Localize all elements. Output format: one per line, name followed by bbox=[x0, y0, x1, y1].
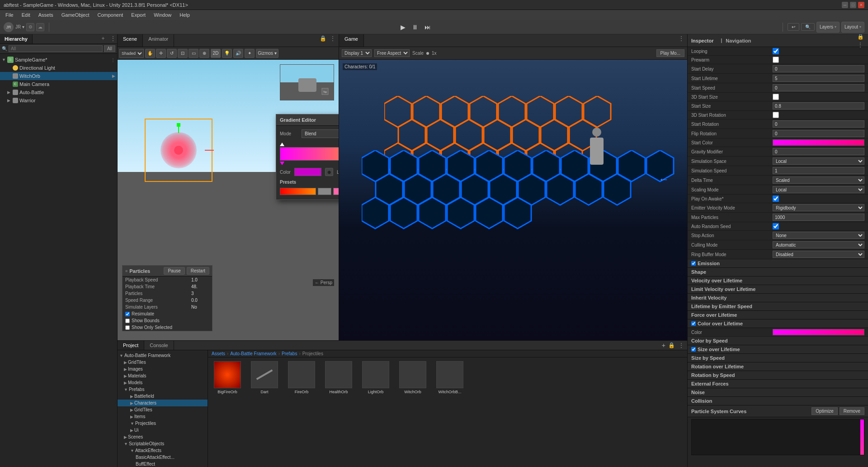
show-only-checkbox[interactable] bbox=[125, 325, 130, 330]
hierarchy-tab[interactable]: Hierarchy bbox=[0, 34, 33, 43]
history-btn[interactable]: ↩ bbox=[788, 23, 799, 31]
size-lifetime-section[interactable]: Size over Lifetime bbox=[688, 345, 868, 354]
inherit-velocity-section[interactable]: Inherit Velocity bbox=[688, 294, 868, 302]
shape-section[interactable]: Shape bbox=[688, 268, 868, 276]
maximize-btn[interactable]: □ bbox=[850, 2, 856, 8]
proj-characters[interactable]: ▶ Characters bbox=[118, 400, 208, 406]
scene-tab[interactable]: Scene bbox=[118, 34, 143, 47]
particles-pause-btn[interactable]: Pause bbox=[164, 267, 184, 275]
prewarm-checkbox[interactable] bbox=[773, 57, 779, 63]
optimize-btn[interactable]: Optimize bbox=[811, 407, 837, 415]
proj-prefabs[interactable]: ▼ Prefabs bbox=[118, 386, 208, 393]
limit-velocity-section[interactable]: Limit Velocity over Lifetime bbox=[688, 285, 868, 294]
particles-restart-btn[interactable]: Restart bbox=[187, 267, 209, 275]
layers-dropdown[interactable]: Layers ▾ bbox=[816, 22, 840, 33]
menu-export[interactable]: Export bbox=[127, 11, 149, 19]
gradient-strip[interactable] bbox=[280, 147, 339, 161]
proj-materials[interactable]: ▶ Materials bbox=[118, 372, 208, 379]
force-lifetime-section[interactable]: Force over Lifetime bbox=[688, 311, 868, 319]
breadcrumb-framework[interactable]: Auto-Battle Framework bbox=[230, 351, 276, 356]
hierarchy-add-btn[interactable]: + bbox=[99, 34, 107, 43]
preset-new[interactable] bbox=[333, 188, 339, 195]
start-lifetime-input[interactable] bbox=[773, 75, 864, 82]
layout-dropdown[interactable]: Layout ▾ bbox=[841, 22, 864, 33]
2d-btn[interactable]: 2D bbox=[211, 49, 221, 58]
menu-assets[interactable]: Assets bbox=[35, 11, 57, 19]
gradient-color-swatch[interactable] bbox=[294, 168, 321, 176]
scaling-mode-select[interactable]: Local Hierarchy Shape bbox=[773, 186, 864, 193]
hierarchy-search-btn[interactable]: All bbox=[104, 45, 115, 52]
simulation-speed-input[interactable] bbox=[773, 167, 864, 174]
start-color-swatch[interactable] bbox=[773, 139, 864, 146]
proj-basicattack[interactable]: BasicAttackEffect... bbox=[118, 454, 208, 461]
start-speed-input[interactable] bbox=[773, 84, 864, 91]
tree-item-auto-battle[interactable]: ▶ Auto-Battle bbox=[0, 88, 117, 96]
menu-help[interactable]: Help bbox=[176, 11, 193, 19]
rotation-lifetime-section[interactable]: Rotation over Lifetime bbox=[688, 362, 868, 371]
emission-checkbox[interactable] bbox=[691, 261, 696, 266]
cloud-btn[interactable]: ☁ bbox=[36, 23, 44, 31]
project-more-btn[interactable]: ⋮ bbox=[677, 341, 685, 349]
scene-more-btn[interactable]: ⋮ bbox=[329, 34, 337, 43]
menu-edit[interactable]: Edit bbox=[18, 11, 34, 19]
proj-images[interactable]: ▶ Images bbox=[118, 366, 208, 372]
scene-mode-select[interactable]: Shaded bbox=[119, 49, 144, 58]
play-mode-btn[interactable]: Play Mo... bbox=[656, 49, 684, 57]
proj-battlefield[interactable]: ▶ Battlefield bbox=[118, 393, 208, 400]
tree-item-directional-light[interactable]: Directional Light bbox=[0, 64, 117, 72]
tree-item-main-camera[interactable]: C Main Camera bbox=[0, 80, 117, 88]
color-lifetime-checkbox[interactable] bbox=[691, 321, 696, 326]
inspector-lock-btn[interactable]: 🔒 bbox=[856, 34, 864, 41]
tool-scale[interactable]: ⊡ bbox=[178, 49, 188, 58]
proj-projectiles[interactable]: ▼ Projectiles bbox=[118, 420, 208, 427]
stop-action-select[interactable]: None Disable Destroy Callback bbox=[773, 232, 864, 239]
alpha-marker-left[interactable] bbox=[280, 143, 284, 146]
pause-btn[interactable]: ⏸ bbox=[410, 24, 420, 31]
preset-gradient-2[interactable] bbox=[318, 188, 331, 195]
flip-rotation-input[interactable] bbox=[773, 130, 864, 137]
account-label[interactable]: JR ▾ bbox=[15, 24, 24, 29]
game-more-btn[interactable]: ⋮ bbox=[677, 34, 685, 43]
inspector-tab[interactable]: Inspector bbox=[691, 38, 714, 43]
auto-random-seed-checkbox[interactable] bbox=[773, 223, 779, 229]
gradient-mode-select[interactable]: Blend Fixed bbox=[302, 129, 339, 138]
hierarchy-search-input[interactable] bbox=[9, 45, 103, 52]
menu-gameobject[interactable]: GameObject bbox=[58, 11, 93, 19]
project-tab[interactable]: Project bbox=[118, 341, 144, 350]
proj-gridtiles2[interactable]: ▶ GridTiles bbox=[118, 406, 208, 413]
proj-tree-root[interactable]: ▼ Auto-Battle Framework bbox=[118, 352, 208, 359]
proj-buffeffect[interactable]: BuffEffect bbox=[118, 461, 208, 467]
step-btn[interactable]: ⏭ bbox=[423, 24, 433, 31]
game-view[interactable]: Characters: 0/1 bbox=[339, 60, 687, 340]
tool-rotate[interactable]: ↺ bbox=[167, 49, 177, 58]
menu-file[interactable]: File bbox=[2, 11, 17, 19]
ring-buffer-mode-select[interactable]: Disabled PauseUntilReplaced LoopUntilRep… bbox=[773, 251, 864, 258]
lifetime-emitter-section[interactable]: Lifetime by Emitter Speed bbox=[688, 302, 868, 311]
scene-lock-btn[interactable]: 🔒 bbox=[319, 34, 327, 43]
search-btn[interactable]: 🔍 bbox=[801, 23, 815, 31]
account-settings-btn[interactable]: ⚙ bbox=[26, 23, 34, 31]
show-bounds-checkbox[interactable] bbox=[125, 319, 130, 323]
3d-start-rotation-checkbox[interactable] bbox=[773, 112, 779, 118]
proj-ui[interactable]: ▶ Ui bbox=[118, 427, 208, 434]
project-lock-btn[interactable]: 🔒 bbox=[667, 341, 675, 349]
gradient-eyedropper-btn[interactable]: ⊕ bbox=[325, 168, 333, 176]
breadcrumb-prefabs[interactable]: Prefabs bbox=[282, 351, 297, 356]
tool-move[interactable]: ✛ bbox=[156, 49, 166, 58]
asset-fireorb[interactable]: FireOrb bbox=[286, 361, 317, 394]
minimize-btn[interactable]: ─ bbox=[842, 2, 848, 8]
asset-lightorb[interactable]: LightOrb bbox=[360, 361, 392, 394]
rotation-speed-section[interactable]: Rotation by Speed bbox=[688, 371, 868, 380]
tool-transform[interactable]: ⊕ bbox=[199, 49, 209, 58]
fx-toggle[interactable]: ✦ bbox=[245, 49, 255, 58]
color-speed-section[interactable]: Color by Speed bbox=[688, 337, 868, 345]
proj-attackeffects[interactable]: ▼ AttackEffects bbox=[118, 447, 208, 454]
color-marker-left[interactable] bbox=[280, 162, 284, 165]
play-on-awake-checkbox[interactable] bbox=[773, 195, 779, 202]
gizmos-btn[interactable]: Gizmos ▾ bbox=[256, 49, 278, 58]
scene-settings-btn[interactable]: ⋮ bbox=[111, 57, 115, 62]
menu-component[interactable]: Component bbox=[94, 11, 127, 19]
proj-scenes[interactable]: ▶ Scenes bbox=[118, 434, 208, 440]
3d-start-size-checkbox[interactable] bbox=[773, 94, 779, 100]
delta-time-select[interactable]: Scaled Unscaled bbox=[773, 176, 864, 184]
